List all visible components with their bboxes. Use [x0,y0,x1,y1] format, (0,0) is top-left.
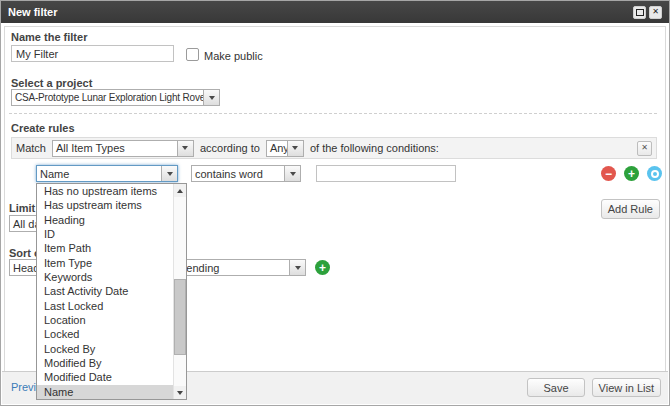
dropdown-option[interactable]: Has no upstream items [37,184,173,198]
dropdown-option[interactable]: Item Path [37,241,173,255]
chevron-down-icon [287,141,303,156]
dialog-title: New filter [8,6,58,18]
scroll-down-icon [177,391,183,395]
scrollbar-thumb[interactable] [174,279,186,355]
window-controls: ✕ [633,6,662,19]
remove-rule-button[interactable]: − [601,166,616,181]
dropdown-option[interactable]: Heading [37,213,173,227]
section-separator [9,113,657,114]
filter-name-label: Name the filter [11,31,87,43]
add-rule-button[interactable]: Add Rule [601,199,660,219]
dropdown-option[interactable]: Name [37,385,173,399]
dropdown-option[interactable]: Modified Date [37,370,173,384]
chevron-down-icon [161,166,177,181]
minus-icon: − [605,168,612,180]
dropdown-option[interactable]: Last Activity Date [37,284,173,298]
match-label: Match [16,142,46,154]
project-select-value: CSA-Prototype Lunar Exploration Light Ro… [12,90,203,105]
close-icon: ✕ [652,8,659,16]
dropdown-option[interactable]: Last Locked [37,299,173,313]
restore-icon [636,9,644,16]
chevron-down-icon [289,260,305,275]
dropdown-option[interactable]: Locked [37,327,173,341]
rule-operator-select-value: contains word [192,166,284,181]
item-type-select-value: All Item Types [53,141,177,156]
scroll-down-button[interactable] [174,386,186,399]
conditions-label: of the following conditions: [310,142,439,154]
new-filter-dialog: New filter ✕ Name the filter Make public… [0,0,670,406]
rule-field-select[interactable]: Name [36,165,178,182]
dropdown-option[interactable]: Keywords [37,270,173,284]
match-rule-bar: Match All Item Types according to Any of… [11,137,657,159]
project-select[interactable]: CSA-Prototype Lunar Exploration Light Ro… [11,89,220,106]
save-button[interactable]: Save [527,378,584,397]
chevron-down-icon [203,90,219,105]
add-sort-button[interactable]: + [315,260,330,275]
dropdown-option[interactable]: ID [37,227,173,241]
item-type-select[interactable]: All Item Types [52,140,194,157]
dropdown-option[interactable]: Has upstream items [37,198,173,212]
view-in-list-button[interactable]: View in List [592,378,661,397]
match-mode-select[interactable]: Any [266,140,304,157]
according-to-label: according to [200,142,260,154]
dropdown-option[interactable]: Modified By [37,356,173,370]
dropdown-scrollbar[interactable] [173,184,186,399]
field-dropdown-list: Has no upstream itemsHas upstream itemsH… [36,183,187,400]
dropdown-option[interactable]: Item Type [37,256,173,270]
plus-icon: + [628,168,635,180]
chevron-down-icon [177,141,193,156]
make-public-label: Make public [204,50,263,62]
add-rule-circle-button[interactable]: + [624,166,639,181]
add-group-button[interactable] [647,166,662,181]
rule-operator-select[interactable]: contains word [191,165,301,182]
close-icon: ✕ [641,144,648,152]
restore-button[interactable] [633,6,646,19]
match-mode-select-value: Any [267,141,287,156]
filter-name-input[interactable] [11,45,174,62]
create-rules-label: Create rules [11,122,75,134]
chevron-down-icon [284,166,300,181]
dropdown-list-items: Has no upstream itemsHas upstream itemsH… [37,184,173,399]
dropdown-option[interactable]: Locked By [37,342,173,356]
make-public-checkbox[interactable] [186,48,199,61]
scroll-up-icon [177,189,183,193]
plus-icon: + [319,262,326,274]
dropdown-option[interactable]: Location [37,313,173,327]
remove-rule-group-button[interactable]: ✕ [637,141,652,156]
select-project-label: Select a project [11,77,92,89]
rule-value-input[interactable] [316,165,456,182]
add-group-icon [651,170,659,178]
title-bar: New filter ✕ [1,1,669,23]
rule-field-select-value: Name [37,166,161,181]
scroll-up-button[interactable] [174,184,186,197]
close-button[interactable]: ✕ [649,6,662,19]
